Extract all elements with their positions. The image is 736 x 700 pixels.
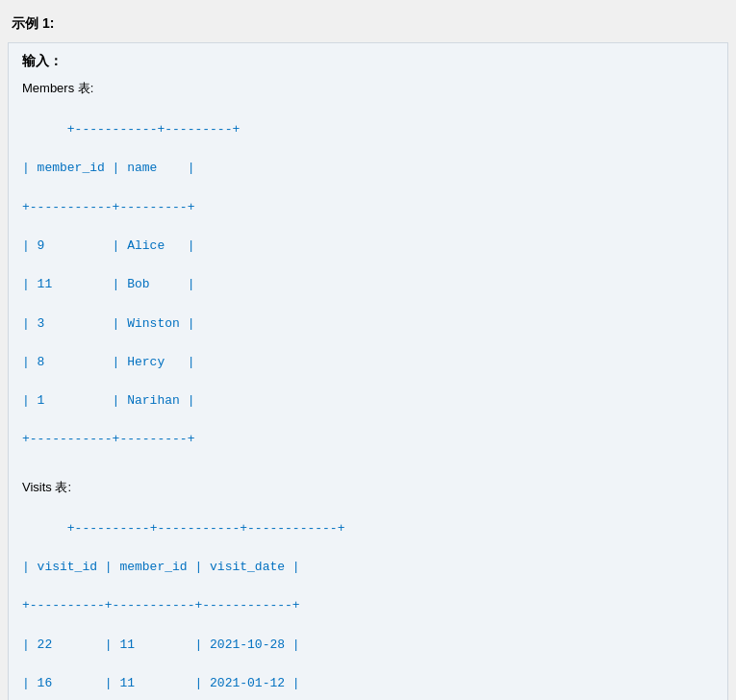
members-table-label: Members 表: bbox=[22, 80, 714, 97]
members-sep-bot: +-----------+---------+ bbox=[22, 432, 194, 446]
members-table: +-----------+---------+ | member_id | na… bbox=[22, 101, 714, 469]
visits-sep-top: +----------+-----------+------------+ bbox=[67, 521, 345, 536]
members-sep-mid: +-----------+---------+ bbox=[22, 200, 194, 214]
page-container: 示例 1: 输入： Members 表: +-----------+------… bbox=[0, 0, 736, 700]
visits-header: | visit_id | member_id | visit_date | bbox=[22, 560, 300, 574]
content-area: 输入： Members 表: +-----------+---------+ |… bbox=[8, 42, 728, 700]
example-title: 示例 1: bbox=[0, 10, 736, 38]
visits-row-1: | 16 | 11 | 2021-01-12 | bbox=[22, 676, 300, 690]
members-row-0: | 9 | Alice | bbox=[22, 238, 194, 253]
input-label: 输入： bbox=[22, 53, 714, 70]
members-row-3: | 8 | Hercy | bbox=[22, 355, 194, 369]
visits-sep-mid: +----------+-----------+------------+ bbox=[22, 598, 300, 612]
visits-table-label: Visits 表: bbox=[22, 479, 714, 496]
members-header: | member_id | name | bbox=[22, 161, 194, 175]
members-row-1: | 11 | Bob | bbox=[22, 277, 194, 291]
members-sep-top: +-----------+---------+ bbox=[67, 122, 240, 137]
visits-table: +----------+-----------+------------+ | … bbox=[22, 500, 714, 700]
members-row-4: | 1 | Narihan | bbox=[22, 393, 194, 408]
members-row-2: | 3 | Winston | bbox=[22, 316, 194, 331]
visits-row-0: | 22 | 11 | 2021-10-28 | bbox=[22, 638, 300, 652]
